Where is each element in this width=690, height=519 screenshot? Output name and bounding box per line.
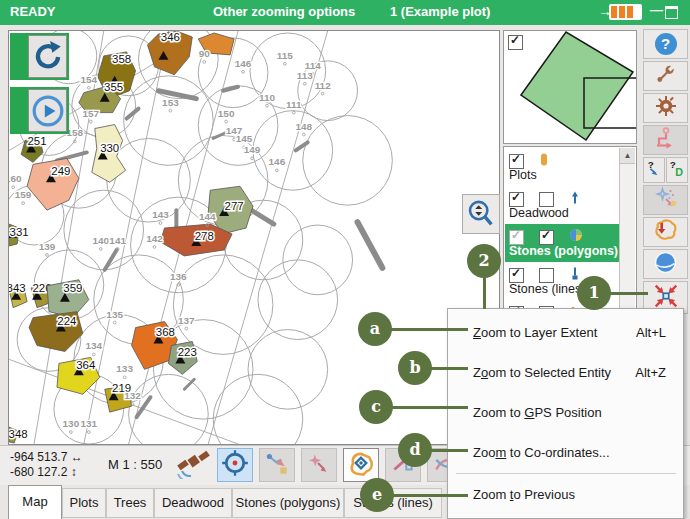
crown-number-label: 149: [244, 144, 261, 155]
map-scale-label: M 1 : 550: [108, 457, 162, 472]
identify-data-button[interactable]: ?D: [666, 157, 688, 183]
polygon-target-icon: [347, 449, 375, 481]
crown-number-label: 146: [235, 58, 252, 69]
magnifier-icon: [467, 199, 495, 229]
layer-checkbox[interactable]: [509, 268, 524, 283]
tools-button[interactable]: [643, 61, 688, 91]
callout-badge-e: e: [360, 478, 394, 512]
callout-badge-d: d: [398, 433, 432, 467]
layer-checkbox[interactable]: [539, 268, 554, 283]
layer-row[interactable]: Stones (polygons): [505, 224, 622, 263]
menu-shortcut: Alt+L: [636, 319, 666, 347]
layer-checkbox[interactable]: [539, 230, 554, 245]
window-subtitle: Other zooming options: [213, 4, 355, 19]
measure-path-button[interactable]: [259, 448, 295, 482]
layer-name: Stones (polygons): [509, 244, 618, 258]
crown-number-label: 136: [170, 271, 187, 282]
plot-title: 1 (Example plot): [390, 4, 490, 19]
scroll-up-icon[interactable]: ▲: [620, 148, 635, 164]
layer-checkbox[interactable]: [509, 154, 524, 169]
battery-indicator-icon: [609, 4, 642, 20]
tree-id-label: 330: [100, 142, 119, 154]
reload-layer-button[interactable]: [643, 217, 688, 247]
callout-badge-1: 1: [577, 276, 611, 310]
wrench-icon: [654, 62, 678, 90]
tree-id-label: 251: [28, 135, 47, 147]
tab-plots[interactable]: Plots: [62, 488, 106, 518]
menu-item[interactable]: Zoom to Co-ordinates...: [449, 439, 682, 467]
overview-checkbox[interactable]: [508, 35, 523, 50]
overview-map-panel[interactable]: [503, 30, 637, 144]
tab-map[interactable]: Map: [8, 485, 62, 519]
tree-id-label: 224: [57, 315, 77, 327]
plots-icon: [539, 152, 549, 171]
crown-number-label: 139: [39, 241, 56, 252]
callout-line: [483, 276, 486, 309]
help-button[interactable]: ?: [643, 29, 688, 59]
map-drawing: 3463583553302492513312772783432263592243…: [9, 31, 499, 444]
crown-number-label: 145: [236, 133, 253, 144]
sparkle-icon: [654, 186, 678, 214]
crown-number-label: 142: [146, 233, 163, 244]
svg-text:D: D: [675, 166, 683, 178]
minimize-button[interactable]: —: [650, 2, 663, 17]
overview-plot-drawing: [504, 31, 636, 143]
crown-number-label: 90: [199, 48, 211, 59]
menu-shortcut: Alt+Z: [635, 359, 666, 387]
tree-id-label: 278: [195, 230, 214, 242]
globe-icon: [653, 250, 678, 279]
menu-item[interactable]: Zoom to GPS Position: [449, 399, 682, 427]
tab-deadwood[interactable]: Deadwood: [154, 488, 232, 518]
tree-id-label: 355: [104, 81, 123, 93]
menu-separator: [456, 473, 676, 474]
menu-item[interactable]: Zoom to Previous: [449, 481, 682, 509]
center-position-button[interactable]: [217, 448, 253, 482]
crown-number-label: 160: [9, 173, 22, 184]
menu-item[interactable]: Zoom to Selected EntityAlt+Z: [449, 359, 682, 387]
crown-number-label: 150: [218, 108, 235, 119]
map-canvas[interactable]: 3463583553302492513312772783432263592243…: [8, 30, 500, 445]
settings-button[interactable]: [643, 93, 688, 123]
redo-button[interactable]: [10, 33, 69, 80]
crown-number-label: 148: [295, 121, 312, 132]
play-button[interactable]: [10, 87, 69, 134]
snap-button[interactable]: [643, 185, 688, 215]
crown-number-label: 113: [297, 70, 314, 81]
tab-trees[interactable]: Trees: [106, 488, 154, 518]
layer-row[interactable]: Plots: [505, 148, 622, 187]
query-arrow-icon: ?: [645, 158, 663, 182]
layer-checkbox[interactable]: [539, 192, 554, 207]
polygon-reload-icon: [653, 217, 679, 247]
gps-satellite-button[interactable]: [175, 448, 211, 482]
zoom-slider-button[interactable]: [462, 194, 500, 234]
route-icon: [654, 126, 678, 154]
restore-window-button[interactable]: [665, 6, 678, 19]
crown-number-label: 133: [116, 363, 133, 374]
layer-checkbox[interactable]: [509, 192, 524, 207]
snap-point-button[interactable]: [301, 448, 337, 482]
layer-name: Stones (lines): [509, 282, 585, 296]
layer-row[interactable]: Deadwood: [505, 186, 622, 225]
navigate-route-button[interactable]: [643, 125, 688, 155]
menu-item[interactable]: Zoom to Layer ExtentAlt+L: [449, 319, 682, 347]
tree-id-label: 331: [10, 226, 29, 238]
web-map-button[interactable]: [643, 249, 688, 279]
query-data-icon: ?D: [668, 158, 686, 182]
crown-number-label: 158: [67, 127, 84, 138]
layer-checkbox[interactable]: [509, 230, 524, 245]
tab-stones-polygons-[interactable]: Stones (polygons): [232, 488, 344, 518]
crown-number-label: 141: [109, 235, 126, 246]
crown-number-label: 110: [259, 92, 276, 103]
crown-number-label: 143: [152, 209, 169, 220]
edit-polygon-button[interactable]: [343, 448, 379, 482]
tree-id-label: 249: [51, 165, 70, 177]
identify-entity-button[interactable]: ?: [643, 157, 665, 183]
tree-id-label: 348: [9, 428, 28, 440]
callout-line: [392, 494, 468, 497]
tree-id-label: 364: [76, 359, 96, 371]
crown-number-label: 111: [286, 99, 302, 110]
crown-number-label: 135: [106, 309, 123, 320]
callout-badge-2: 2: [467, 244, 501, 278]
crown-number-label: 140: [92, 235, 109, 246]
zoom-context-menu: Zoom to Layer ExtentAlt+LZoom to Selecte…: [447, 308, 684, 519]
